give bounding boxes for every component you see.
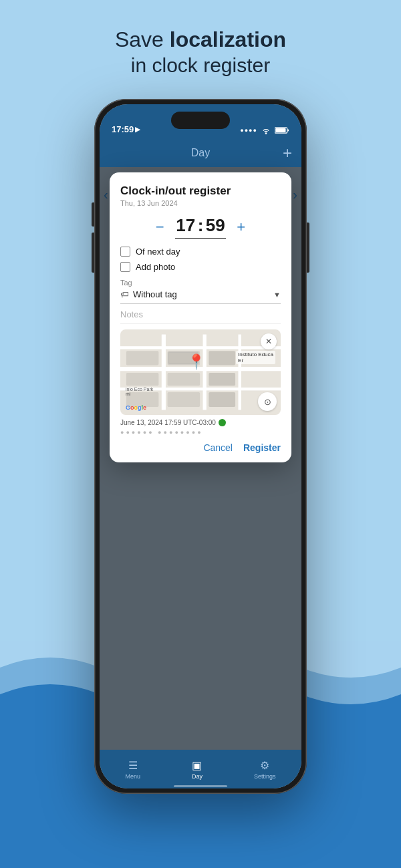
day-label: Day bbox=[192, 773, 203, 780]
bottom-nav: ☰ Menu ▣ Day ⚙ Settings bbox=[100, 750, 301, 788]
nav-settings-item[interactable]: ⚙ Settings bbox=[254, 759, 276, 780]
header-line1: Save bbox=[115, 27, 170, 51]
map-institute-label: Instituto Educa Er bbox=[236, 351, 275, 364]
location-arrow-icon: ▶ bbox=[135, 126, 140, 133]
timestamp-row: June 13, 2024 17:59 UTC-03:00 bbox=[120, 419, 281, 426]
dynamic-island bbox=[171, 112, 230, 129]
time-display: 17:59 bbox=[112, 124, 134, 134]
map-pin: 📍 bbox=[187, 353, 205, 371]
register-button[interactable]: Register bbox=[243, 442, 281, 453]
settings-icon: ⚙ bbox=[260, 759, 269, 772]
svg-rect-13 bbox=[126, 373, 159, 386]
modal-overlay: Clock-in/out register Thu, 13 Jun 2024 −… bbox=[100, 167, 301, 750]
modal-actions: Cancel Register bbox=[120, 442, 281, 453]
time-minus-button[interactable]: − bbox=[152, 217, 168, 237]
svg-rect-8 bbox=[203, 335, 207, 410]
modal-title: Clock-in/out register bbox=[120, 184, 281, 198]
svg-rect-12 bbox=[209, 351, 235, 365]
map-sublabel-text: Er bbox=[238, 357, 243, 364]
tag-section: Tag 🏷 Without tag ▼ bbox=[120, 279, 281, 304]
svg-rect-14 bbox=[168, 373, 200, 386]
app-bar-title: Day bbox=[191, 147, 210, 159]
svg-rect-17 bbox=[168, 392, 200, 407]
signal-dots-icon: ●●●● bbox=[240, 127, 257, 134]
tag-icon: 🏷 bbox=[120, 289, 129, 299]
phone-screen: 17:59 ▶ ●●●● Day + ‹ › WorC bbox=[100, 104, 301, 788]
gps-status-indicator bbox=[219, 419, 226, 426]
svg-rect-15 bbox=[209, 373, 235, 386]
map-park-label: inio Eco Park mi bbox=[126, 387, 153, 396]
time-display: 17 : 59 bbox=[175, 215, 227, 239]
svg-rect-9 bbox=[238, 335, 241, 410]
nav-menu-item[interactable]: ☰ Menu bbox=[125, 759, 140, 780]
header-text: Save localization bbox=[0, 25, 401, 54]
modal-card: Clock-in/out register Thu, 13 Jun 2024 −… bbox=[110, 172, 291, 462]
header-line2: in clock register bbox=[0, 54, 401, 77]
header-bold: localization bbox=[170, 27, 286, 51]
settings-label: Settings bbox=[254, 773, 276, 780]
map-svg bbox=[120, 329, 281, 415]
svg-rect-7 bbox=[162, 335, 166, 410]
map-label-text: Instituto Educa bbox=[238, 351, 273, 357]
add-photo-checkbox-row[interactable]: Add photo bbox=[120, 262, 281, 272]
next-day-checkbox-row[interactable]: Of next day bbox=[120, 247, 281, 257]
cancel-button[interactable]: Cancel bbox=[203, 442, 233, 453]
menu-label: Menu bbox=[125, 773, 140, 780]
map-close-button[interactable]: ✕ bbox=[261, 333, 277, 349]
time-minutes: 59 bbox=[205, 215, 226, 236]
power-button[interactable] bbox=[307, 223, 309, 273]
add-photo-checkbox[interactable] bbox=[120, 262, 130, 272]
map-location-button[interactable]: ⊙ bbox=[258, 392, 277, 411]
park-label-text: inio Eco Park bbox=[126, 387, 153, 392]
page-header: Save localization in clock register bbox=[0, 25, 401, 77]
tag-value: Without tag bbox=[133, 289, 269, 299]
home-indicator bbox=[174, 785, 227, 787]
menu-icon: ☰ bbox=[128, 759, 138, 772]
volume-down-button[interactable] bbox=[92, 233, 94, 273]
time-hours: 17 bbox=[175, 215, 196, 236]
wifi-icon bbox=[261, 126, 271, 134]
time-control: − 17 : 59 + bbox=[120, 215, 281, 239]
day-icon: ▣ bbox=[192, 759, 202, 772]
blurred-data: ●●●●●● ●●●●●●●● bbox=[120, 429, 281, 436]
volume-up-button[interactable] bbox=[92, 202, 94, 227]
add-button[interactable]: + bbox=[283, 144, 292, 162]
park-sublabel-text: mi bbox=[126, 392, 130, 396]
time-plus-button[interactable]: + bbox=[233, 217, 249, 237]
nav-day-item[interactable]: ▣ Day bbox=[192, 759, 203, 780]
modal-date: Thu, 13 Jun 2024 bbox=[120, 199, 281, 207]
dropdown-arrow-icon: ▼ bbox=[273, 291, 281, 299]
status-time: 17:59 ▶ bbox=[112, 124, 140, 134]
notes-label: Notes bbox=[120, 309, 281, 324]
next-day-checkbox[interactable] bbox=[120, 247, 130, 257]
svg-rect-18 bbox=[209, 392, 235, 407]
add-photo-label: Add photo bbox=[136, 262, 175, 272]
app-bar: Day + bbox=[100, 139, 301, 167]
next-day-label: Of next day bbox=[136, 247, 180, 257]
time-colon: : bbox=[198, 215, 204, 236]
svg-rect-6 bbox=[120, 346, 281, 349]
status-icons: ●●●● bbox=[240, 126, 289, 134]
map-container: Instituto Educa Er inio Eco Park mi 📍 ✕ … bbox=[120, 329, 281, 415]
google-logo: Google bbox=[126, 404, 146, 411]
tag-selector[interactable]: 🏷 Without tag ▼ bbox=[120, 289, 281, 304]
timestamp-text: June 13, 2024 17:59 UTC-03:00 bbox=[120, 419, 216, 426]
svg-rect-2 bbox=[275, 128, 285, 132]
tag-label: Tag bbox=[120, 279, 281, 287]
svg-rect-10 bbox=[126, 351, 159, 365]
battery-icon bbox=[275, 126, 289, 134]
phone-frame: 17:59 ▶ ●●●● Day + ‹ › WorC bbox=[94, 99, 307, 794]
